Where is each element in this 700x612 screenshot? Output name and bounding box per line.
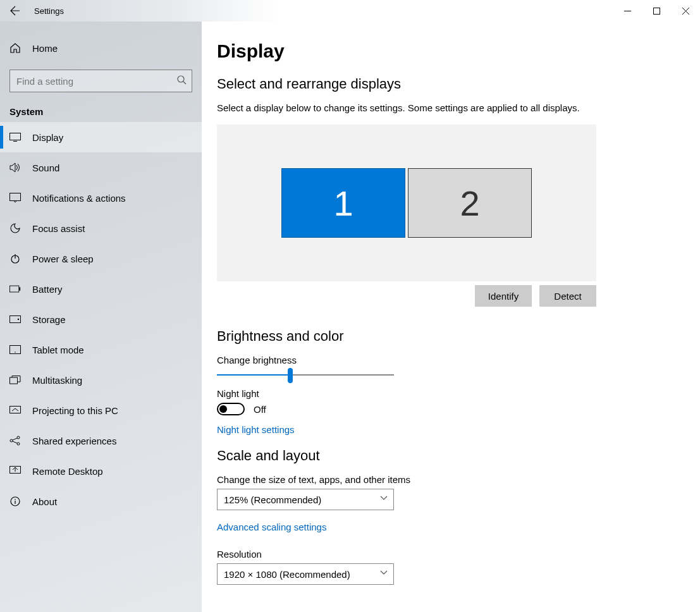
arrange-description: Select a display below to change its set… xyxy=(217,102,685,113)
sidebar-category: System xyxy=(0,92,202,122)
svg-point-18 xyxy=(15,499,16,500)
page-title: Display xyxy=(217,40,685,62)
home-button[interactable]: Home xyxy=(0,34,202,62)
shared-icon xyxy=(9,436,21,446)
battery-icon xyxy=(9,285,21,293)
sidebar-item-label: Shared experiences xyxy=(32,436,116,446)
advanced-scaling-link[interactable]: Advanced scaling settings xyxy=(217,522,326,532)
focus-assist-icon xyxy=(9,223,21,234)
sidebar-item-display[interactable]: Display xyxy=(0,122,202,152)
minimize-icon xyxy=(624,8,631,15)
svg-rect-5 xyxy=(9,286,18,292)
section-arrange-heading: Select and rearrange displays xyxy=(217,76,685,92)
search-icon xyxy=(177,75,187,85)
sidebar-item-label: Multitasking xyxy=(32,375,82,386)
notifications-icon xyxy=(9,193,21,203)
svg-rect-12 xyxy=(10,407,21,413)
sidebar-item-power-sleep[interactable]: Power & sleep xyxy=(0,243,202,274)
detect-button[interactable]: Detect xyxy=(539,285,596,307)
search-container xyxy=(0,62,202,92)
minimize-button[interactable] xyxy=(613,0,642,21)
sidebar-item-about[interactable]: About xyxy=(0,486,202,517)
sidebar-item-sound[interactable]: Sound xyxy=(0,152,202,183)
scale-size-label: Change the size of text, apps, and other… xyxy=(217,474,685,485)
svg-point-13 xyxy=(10,439,13,442)
sidebar-item-label: Power & sleep xyxy=(32,254,94,264)
sidebar: Home System Display Sound Notifications … xyxy=(0,21,202,612)
nightlight-toggle[interactable] xyxy=(217,403,245,415)
sidebar-item-label: Sound xyxy=(32,162,59,173)
sidebar-item-projecting[interactable]: Projecting to this PC xyxy=(0,395,202,425)
sidebar-item-label: Remote Desktop xyxy=(32,466,103,477)
projecting-icon xyxy=(9,406,21,415)
content-pane: Display Select and rearrange displays Se… xyxy=(202,21,700,612)
sidebar-item-multitasking[interactable]: Multitasking xyxy=(0,365,202,395)
window-title: Settings xyxy=(30,6,613,16)
chevron-down-icon xyxy=(380,496,388,501)
sidebar-item-shared-experiences[interactable]: Shared experiences xyxy=(0,425,202,456)
chevron-down-icon xyxy=(380,570,388,575)
close-button[interactable] xyxy=(671,0,700,21)
sidebar-item-label: About xyxy=(32,496,57,507)
display-button-row: Identify Detect xyxy=(217,285,596,307)
resolution-select-value: 1920 × 1080 (Recommended) xyxy=(224,569,350,580)
sidebar-item-notifications[interactable]: Notifications & actions xyxy=(0,183,202,213)
home-icon xyxy=(9,42,21,54)
section-scale-heading: Scale and layout xyxy=(217,448,685,464)
maximize-icon xyxy=(653,8,660,15)
remote-desktop-icon xyxy=(9,466,21,476)
about-icon xyxy=(9,496,21,506)
display-1[interactable]: 1 xyxy=(281,168,405,238)
nightlight-settings-link[interactable]: Night light settings xyxy=(217,424,295,435)
brightness-label: Change brightness xyxy=(217,355,685,365)
sidebar-item-label: Projecting to this PC xyxy=(32,405,118,416)
arrow-left-icon xyxy=(10,6,20,16)
sidebar-item-storage[interactable]: Storage xyxy=(0,304,202,334)
sidebar-item-focus-assist[interactable]: Focus assist xyxy=(0,213,202,243)
svg-point-1 xyxy=(178,76,184,82)
svg-rect-2 xyxy=(10,133,21,140)
maximize-button[interactable] xyxy=(642,0,671,21)
svg-point-15 xyxy=(17,443,20,445)
svg-point-10 xyxy=(15,352,16,353)
svg-rect-0 xyxy=(653,8,660,14)
close-icon xyxy=(682,8,689,15)
sound-icon xyxy=(9,162,21,173)
scale-select-value: 125% (Recommended) xyxy=(224,494,321,505)
sidebar-item-remote-desktop[interactable]: Remote Desktop xyxy=(0,456,202,486)
display-2[interactable]: 2 xyxy=(408,168,532,238)
identify-button[interactable]: Identify xyxy=(475,285,532,307)
window-controls xyxy=(613,0,700,21)
sidebar-item-label: Focus assist xyxy=(32,223,85,234)
search-input[interactable] xyxy=(9,70,192,92)
resolution-label: Resolution xyxy=(217,549,685,560)
svg-point-14 xyxy=(17,436,20,439)
sidebar-item-label: Battery xyxy=(32,284,63,295)
back-button[interactable] xyxy=(0,0,30,21)
home-label: Home xyxy=(32,43,58,54)
storage-icon xyxy=(9,315,21,323)
power-icon xyxy=(9,254,21,264)
display-arrangement[interactable]: 1 2 xyxy=(217,125,596,281)
svg-rect-11 xyxy=(10,377,18,384)
sidebar-item-label: Tablet mode xyxy=(32,345,84,355)
multitasking-icon xyxy=(9,376,21,384)
nightlight-state: Off xyxy=(254,404,266,415)
scale-select[interactable]: 125% (Recommended) xyxy=(217,489,394,510)
brightness-slider[interactable] xyxy=(217,374,685,376)
svg-rect-3 xyxy=(10,193,21,201)
tablet-icon xyxy=(9,345,21,354)
sidebar-item-label: Notifications & actions xyxy=(32,193,126,204)
sidebar-item-label: Storage xyxy=(32,314,66,325)
sidebar-item-label: Display xyxy=(32,132,63,143)
resolution-select[interactable]: 1920 × 1080 (Recommended) xyxy=(217,563,394,585)
display-icon xyxy=(9,133,21,142)
svg-point-8 xyxy=(18,319,19,320)
titlebar: Settings xyxy=(0,0,700,21)
sidebar-item-tablet-mode[interactable]: Tablet mode xyxy=(0,334,202,365)
svg-rect-6 xyxy=(19,287,20,290)
sidebar-nav: Display Sound Notifications & actions Fo… xyxy=(0,122,202,517)
nightlight-label: Night light xyxy=(217,388,685,399)
section-brightness-heading: Brightness and color xyxy=(217,328,685,345)
sidebar-item-battery[interactable]: Battery xyxy=(0,274,202,304)
